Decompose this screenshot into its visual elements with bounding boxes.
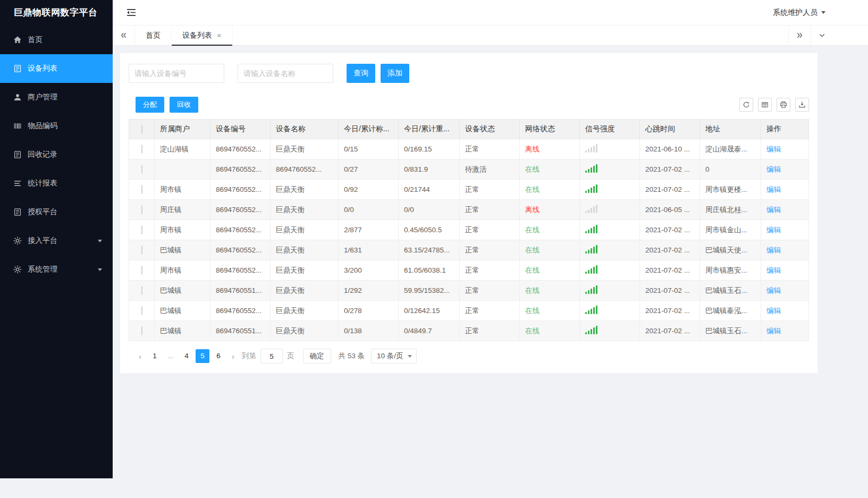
tab-1[interactable]: 设备列表× [172,26,233,45]
columns-button[interactable] [758,98,772,112]
row-checkbox[interactable] [141,145,142,154]
cell-weigh-weight: 63.15/24785... [399,240,460,260]
goto-confirm-button[interactable]: 确定 [303,349,331,364]
edit-link[interactable]: 编辑 [766,246,781,254]
sidebar-item-2[interactable]: 商户管理 [0,83,113,112]
row-checkbox[interactable] [141,266,142,275]
cell-heartbeat: 2021-07-02 ... [640,281,700,301]
row-checkbox[interactable] [141,225,142,234]
cell-device-status: 正常 [460,220,520,240]
page-button-4[interactable]: 4 [180,349,193,363]
cell-weigh-weight: 0/12642.15 [399,301,460,321]
device-name-input[interactable] [238,64,333,83]
goto-page-input[interactable] [260,349,283,364]
row-checkbox[interactable] [141,246,142,255]
edit-link[interactable]: 编辑 [766,206,781,214]
column-header: 所属商户 [155,120,210,139]
prev-page-button[interactable]: ‹ [136,352,145,361]
column-header: 操作 [761,120,809,139]
signal-strength-icon [585,225,597,233]
table-row: 8694760552...8694760552...0/270/831.9待激活… [129,159,809,180]
sidebar-item-label: 物品编码 [28,121,57,131]
tabs-menu-button[interactable] [811,26,833,45]
cell-device-no: 8694760552... [210,159,271,180]
edit-link[interactable]: 编辑 [766,226,781,234]
cell-network-status: 在线 [520,321,580,341]
close-icon[interactable]: × [217,31,222,39]
columns-icon [761,101,769,108]
cell-network-status: 在线 [520,301,580,321]
device-no-input[interactable] [129,64,224,83]
double-chevron-right-icon [796,32,803,39]
sidebar-item-3[interactable]: 物品编码 [0,112,113,140]
row-checkbox[interactable] [141,185,142,194]
edit-link[interactable]: 编辑 [766,286,781,294]
cell-network-status: 离线 [520,139,580,159]
search-button[interactable]: 查询 [347,64,375,83]
tab-0[interactable]: 首页 [135,26,172,45]
row-checkbox[interactable] [141,306,142,315]
cell-signal [580,240,640,260]
cell-heartbeat: 2021-07-02 ... [640,260,700,281]
cell-signal [580,159,640,180]
sidebar-collapse-icon[interactable] [127,9,136,16]
table-row: 周市镇8694760552...巨鼎天衡2/8770.45/6050.5正常在线… [129,220,809,240]
row-checkbox[interactable] [141,286,142,295]
recycle-record-icon [13,150,22,159]
signal-strength-icon [585,164,597,173]
page-button-1[interactable]: 1 [148,349,162,363]
report-icon [13,179,22,188]
edit-link[interactable]: 编辑 [766,145,781,153]
sidebar-item-6[interactable]: 授权平台 [0,198,113,226]
cell-address: 巴城镇泰泓... [700,301,761,321]
next-page-button[interactable]: › [229,352,238,361]
signal-strength-icon [585,306,597,314]
cell-device-name: 巨鼎天衡 [271,200,339,220]
cell-merchant: 巴城镇 [155,240,210,260]
sidebar-item-5[interactable]: 统计报表 [0,169,113,198]
row-checkbox[interactable] [141,165,142,174]
cell-device-name: 巨鼎天衡 [271,321,339,341]
row-checkbox[interactable] [141,205,142,214]
page-button-6[interactable]: 6 [212,349,225,363]
edit-link[interactable]: 编辑 [766,165,781,173]
cell-heartbeat: 2021-07-02 ... [640,240,700,260]
edit-link[interactable]: 编辑 [766,185,781,193]
goto-label: 到第 [242,351,256,361]
select-all-checkbox[interactable] [141,124,142,134]
sidebar-item-1[interactable]: 设备列表 [0,54,113,83]
edit-link[interactable]: 编辑 [766,266,781,274]
cell-signal [580,139,640,159]
refresh-button[interactable] [739,98,753,112]
print-button[interactable] [777,98,790,112]
sidebar-item-7[interactable]: 接入平台 [0,226,113,255]
edit-link[interactable]: 编辑 [766,307,781,315]
row-checkbox[interactable] [141,326,142,335]
page-size-select[interactable]: 10 条/页 [371,349,417,364]
cell-network-status: 在线 [520,220,580,240]
user-dropdown[interactable]: 系统维护人员 [773,8,825,18]
recycle-button[interactable]: 回收 [170,97,198,113]
tabs-scroll-right-button[interactable] [788,26,811,45]
column-header: 今日/累计重... [399,120,460,139]
item-code-icon [13,122,22,130]
tabs-scroll-left-button[interactable] [113,26,135,45]
cell-merchant: 周市镇 [155,180,210,200]
open-tabs: 首页设备列表× [135,26,233,45]
export-button[interactable] [795,98,809,112]
cell-address: 巴城镇天使... [700,240,761,260]
add-button[interactable]: 添加 [381,64,409,83]
cell-network-status: 在线 [520,260,580,281]
device-table: 所属商户设备编号设备名称今日/累计称...今日/累计重...设备状态网络状态信号… [129,119,809,341]
cell-weigh-count: 0/138 [339,321,399,341]
table-row: 周庄镇8694760552...巨鼎天衡0/00/0正常离线2021-06-05… [129,200,809,220]
sidebar-item-0[interactable]: 首页 [0,26,113,54]
sidebar-item-4[interactable]: 回收记录 [0,140,113,169]
cell-heartbeat: 2021-07-02 ... [640,301,700,321]
assign-button[interactable]: 分配 [136,97,164,113]
page-button-5[interactable]: 5 [196,349,209,363]
edit-link[interactable]: 编辑 [766,327,781,335]
cell-device-status: 正常 [460,200,520,220]
cell-device-no: 8694760551... [210,281,271,301]
sidebar-item-8[interactable]: 系统管理 [0,255,113,284]
